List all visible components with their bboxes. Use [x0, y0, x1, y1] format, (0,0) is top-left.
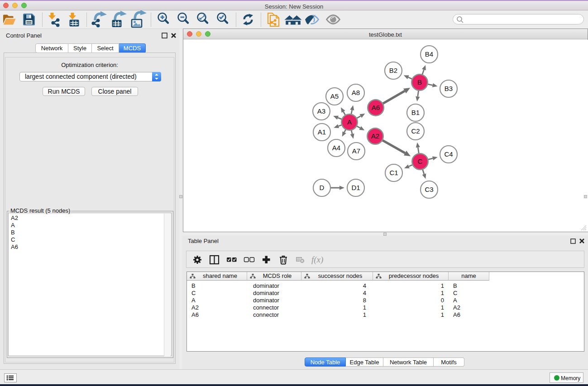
svg-text:A7: A7 [352, 147, 360, 155]
svg-text:B4: B4 [425, 50, 433, 58]
svg-text:B3: B3 [445, 85, 453, 92]
svg-text:A3: A3 [317, 107, 325, 115]
svg-text:D: D [320, 184, 325, 191]
svg-text:B1: B1 [411, 109, 420, 116]
svg-text:A8: A8 [352, 89, 360, 96]
svg-text:A5: A5 [330, 92, 339, 100]
svg-text:f(x): f(x) [311, 255, 323, 265]
svg-text:B: B [417, 78, 422, 86]
svg-text:B2: B2 [389, 67, 397, 74]
svg-text:A6: A6 [372, 104, 380, 111]
svg-text:C: C [418, 157, 423, 165]
svg-text:C2: C2 [411, 127, 420, 135]
svg-text:D1: D1 [351, 184, 360, 191]
svg-text:A4: A4 [332, 144, 340, 152]
svg-text:A2: A2 [371, 132, 379, 140]
svg-text:C4: C4 [444, 150, 453, 158]
svg-text:C3: C3 [425, 186, 433, 193]
svg-text:A1: A1 [318, 128, 326, 136]
svg-text:C1: C1 [389, 169, 398, 176]
svg-text:A: A [347, 118, 352, 126]
